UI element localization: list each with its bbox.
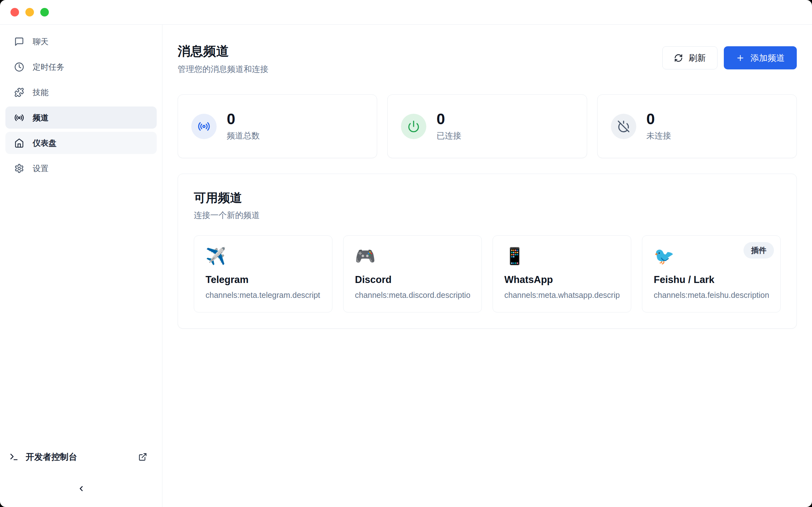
channel-name: Telegram [206,274,321,285]
developer-console-link[interactable]: 开发者控制台 [5,451,157,463]
broadcast-icon [198,120,210,133]
channel-description: channels:meta.telegram.descript [206,291,321,300]
channel-name: Feishu / Lark [654,274,769,285]
sidebar-item-label: 技能 [33,87,49,98]
chevron-left-icon [77,485,85,493]
plus-icon [736,54,745,62]
page-heading: 消息频道 管理您的消息频道和连接 [177,43,268,75]
sidebar-collapse-button[interactable] [75,482,88,495]
traffic-light-minimize-button[interactable] [26,8,34,16]
channel-name: Discord [355,274,470,285]
sidebar-item-label: 聊天 [33,37,49,47]
titlebar [0,0,812,25]
chat-bubble-icon [14,37,24,47]
puzzle-icon [14,88,24,97]
channel-grid: ✈️ Telegram channels:meta.telegram.descr… [194,235,780,313]
sidebar-item-channels[interactable]: 频道 [5,107,157,129]
channel-card-discord[interactable]: 🎮 Discord channels:meta.discord.descript… [343,235,482,313]
section-title: 可用频道 [194,190,780,206]
stat-label: 已连接 [437,130,461,141]
main-content: 消息频道 管理您的消息频道和连接 刷新 添加频道 [162,25,812,507]
header-actions: 刷新 添加频道 [662,46,797,69]
stat-value: 0 [647,111,671,127]
stat-value: 0 [227,111,260,127]
gear-icon [14,164,24,173]
stat-label: 未连接 [647,130,671,141]
external-link-icon[interactable] [138,452,147,461]
sidebar-item-settings[interactable]: 设置 [5,157,157,179]
terminal-icon [9,452,19,462]
app-window: 聊天 定时任务 技能 频道 仪表盘 设置 [0,0,812,507]
plugin-badge: 插件 [744,242,774,259]
sidebar-item-chat[interactable]: 聊天 [5,31,157,53]
sidebar-item-label: 仪表盘 [33,138,56,148]
channel-description: channels:meta.feishu.description [654,291,769,300]
sidebar-item-scheduled-tasks[interactable]: 定时任务 [5,56,157,78]
channel-name: WhatsApp [504,274,619,285]
stat-label: 频道总数 [227,130,260,141]
refresh-button[interactable]: 刷新 [662,46,717,69]
power-icon [407,120,420,133]
channel-card-whatsapp[interactable]: 📱 WhatsApp channels:meta.whatsapp.descri… [493,235,631,313]
page-subtitle: 管理您的消息频道和连接 [177,64,268,75]
refresh-button-label: 刷新 [689,52,706,64]
sidebar-item-skills[interactable]: 技能 [5,81,157,103]
channel-description: channels:meta.whatsapp.descrip [504,291,619,300]
traffic-light-close-button[interactable] [10,8,19,16]
broadcast-icon [14,113,24,123]
sidebar-item-label: 设置 [33,163,49,174]
channel-card-feishu[interactable]: 插件 🐦 Feishu / Lark channels:meta.feishu.… [642,235,780,313]
section-subtitle: 连接一个新的频道 [194,210,780,221]
stats-row: 0 频道总数 0 已连接 [177,95,797,158]
airplane-emoji-icon: ✈️ [206,247,321,265]
stat-icon-wrap [611,114,636,139]
stat-card-disconnected: 0 未连接 [597,95,797,158]
page-title: 消息频道 [177,43,268,60]
sidebar-footer: 开发者控制台 [5,451,157,495]
sidebar-item-label: 定时任务 [33,62,64,72]
stat-value: 0 [437,111,461,127]
stat-icon-wrap [401,114,426,139]
developer-console-label: 开发者控制台 [26,451,77,463]
add-channel-button[interactable]: 添加频道 [724,46,797,69]
stat-card-total-channels: 0 频道总数 [177,95,377,158]
traffic-light-zoom-button[interactable] [40,8,49,16]
stat-icon-wrap [191,114,217,139]
home-icon [14,138,24,148]
sidebar: 聊天 定时任务 技能 频道 仪表盘 设置 [0,25,162,507]
power-off-icon [617,120,630,133]
stat-card-connected: 0 已连接 [387,95,587,158]
add-channel-button-label: 添加频道 [751,52,785,64]
gamepad-emoji-icon: 🎮 [355,247,470,265]
mobile-phone-emoji-icon: 📱 [504,247,619,265]
clock-icon [14,62,24,72]
sidebar-item-dashboard[interactable]: 仪表盘 [5,132,157,154]
channel-description: channels:meta.discord.descriptio [355,291,470,300]
available-channels-section: 可用频道 连接一个新的频道 ✈️ Telegram channels:meta.… [177,174,797,329]
sidebar-item-label: 频道 [33,112,49,123]
channel-card-telegram[interactable]: ✈️ Telegram channels:meta.telegram.descr… [194,235,333,313]
refresh-icon [674,54,683,62]
